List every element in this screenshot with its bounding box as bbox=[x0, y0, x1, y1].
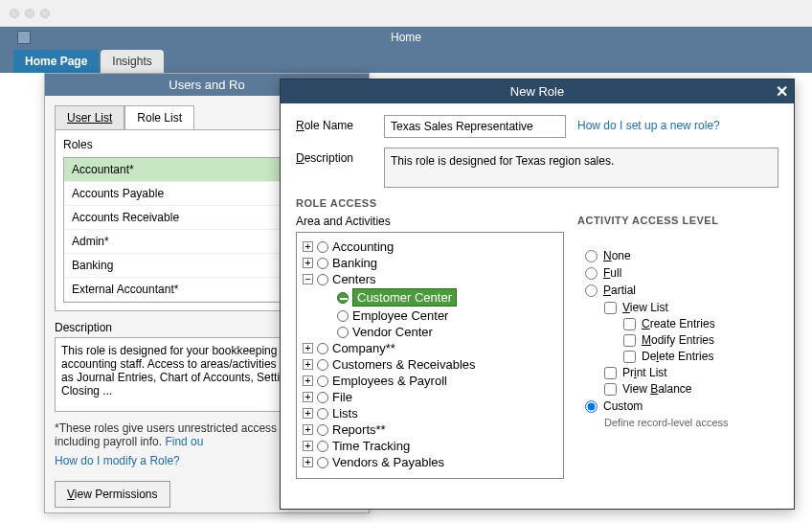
cb-print-list[interactable]: Print List bbox=[604, 366, 778, 379]
tree-node[interactable]: Employee Center bbox=[352, 308, 448, 323]
expand-icon[interactable]: + bbox=[303, 241, 313, 252]
circle-icon bbox=[317, 441, 328, 452]
tab-role-list[interactable]: Role List bbox=[124, 105, 194, 129]
expand-icon[interactable]: + bbox=[303, 392, 313, 402]
circle-icon bbox=[337, 327, 349, 338]
tree-node[interactable]: Vendor Center bbox=[352, 325, 433, 339]
tab-insights[interactable]: Insights bbox=[101, 50, 163, 73]
tree-node-customer-center[interactable]: Customer Center bbox=[352, 288, 457, 307]
circle-selected-icon bbox=[337, 292, 349, 304]
activity-access-level-header: ACTIVITY ACCESS LEVEL bbox=[577, 215, 778, 226]
circle-icon bbox=[317, 375, 328, 387]
app-corner-icon bbox=[17, 31, 31, 44]
radio-custom[interactable]: Custom bbox=[585, 399, 778, 413]
cb-view-balance[interactable]: View Balance bbox=[604, 382, 778, 396]
expand-icon[interactable]: + bbox=[303, 359, 313, 370]
description-input[interactable]: This role is designed for Texas region s… bbox=[384, 148, 778, 188]
expand-icon[interactable]: + bbox=[303, 258, 313, 268]
expand-icon[interactable]: + bbox=[303, 375, 313, 386]
traffic-light-min[interactable] bbox=[25, 9, 34, 18]
custom-note: Define record-level access bbox=[604, 417, 778, 428]
circle-icon bbox=[317, 359, 328, 371]
description-label: Description bbox=[55, 321, 311, 334]
setup-role-link[interactable]: How do I set up a new role? bbox=[577, 115, 720, 132]
tree-node[interactable]: Time Tracking bbox=[332, 439, 410, 453]
traffic-light-close[interactable] bbox=[10, 9, 19, 18]
tree-node[interactable]: Centers bbox=[332, 272, 376, 286]
cb-create-entries[interactable]: Create Entries bbox=[623, 317, 778, 330]
new-role-dialog: New Role ✕ Role Name How do I set up a n… bbox=[280, 79, 795, 510]
tree-node[interactable]: File bbox=[332, 390, 352, 404]
radio-full[interactable]: Full bbox=[585, 266, 778, 280]
view-permissions-button[interactable]: VView Permissionsiew Permissions bbox=[55, 481, 170, 508]
expand-icon[interactable]: + bbox=[303, 457, 313, 467]
tree-node[interactable]: Reports** bbox=[332, 422, 386, 437]
circle-icon bbox=[317, 274, 328, 285]
cb-view-list[interactable]: View List bbox=[604, 301, 778, 314]
close-icon[interactable]: ✕ bbox=[776, 82, 788, 101]
tree-node[interactable]: Lists bbox=[332, 406, 358, 421]
tree-node[interactable]: Vendors & Payables bbox=[332, 455, 444, 469]
tree-node[interactable]: Banking bbox=[332, 256, 377, 270]
radio-none[interactable]: None bbox=[585, 249, 778, 262]
expand-icon[interactable]: + bbox=[303, 408, 313, 419]
tab-user-list[interactable]: User List bbox=[55, 105, 124, 129]
tab-home-page[interactable]: Home Page bbox=[13, 50, 99, 73]
new-role-title-bar: New Role ✕ bbox=[281, 80, 794, 103]
circle-icon bbox=[317, 241, 328, 253]
circle-icon bbox=[317, 258, 328, 269]
traffic-light-max[interactable] bbox=[40, 9, 50, 18]
expand-icon[interactable]: + bbox=[303, 343, 313, 353]
role-name-input[interactable] bbox=[384, 115, 566, 138]
description-box: This role is designed for your bookkeepi… bbox=[55, 337, 311, 412]
radio-partial[interactable]: Partial bbox=[585, 284, 778, 297]
circle-icon bbox=[317, 392, 328, 403]
circle-icon bbox=[317, 457, 328, 468]
tree-node[interactable]: Accounting bbox=[332, 239, 394, 254]
tree-node[interactable]: Customers & Receivables bbox=[332, 357, 476, 372]
role-access-header: ROLE ACCESS bbox=[296, 197, 778, 209]
cb-delete-entries[interactable]: Delete Entries bbox=[623, 350, 778, 363]
collapse-icon[interactable]: − bbox=[303, 274, 313, 284]
expand-icon[interactable]: + bbox=[303, 441, 313, 451]
tree-node[interactable]: Company** bbox=[332, 341, 395, 355]
cb-modify-entries[interactable]: Modify Entries bbox=[623, 333, 778, 347]
tree-node[interactable]: Employees & Payroll bbox=[332, 374, 447, 388]
description-label: Description bbox=[296, 148, 372, 165]
circle-icon bbox=[317, 408, 328, 420]
circle-icon bbox=[337, 310, 349, 322]
role-name-label: Role Name bbox=[296, 115, 372, 132]
window-chrome bbox=[0, 0, 812, 27]
area-activities-label: Area and Activities bbox=[296, 215, 564, 228]
new-role-title: New Role bbox=[510, 84, 564, 99]
app-title-bar: Home bbox=[0, 27, 812, 48]
activities-tree: +Accounting +Banking −Centers Customer C… bbox=[296, 232, 564, 479]
app-title: Home bbox=[391, 31, 421, 44]
find-out-link[interactable]: Find ou bbox=[165, 435, 203, 448]
circle-icon bbox=[317, 343, 328, 354]
main-tabs: Home Page Insights bbox=[0, 48, 812, 73]
expand-icon[interactable]: + bbox=[303, 424, 313, 435]
circle-icon bbox=[317, 424, 328, 436]
